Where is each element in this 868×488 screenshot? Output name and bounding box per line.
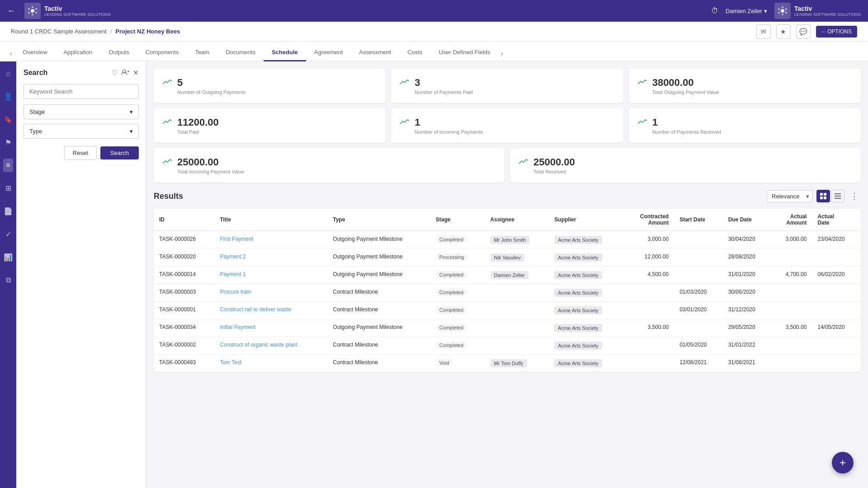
cell-title[interactable]: First Payment bbox=[214, 231, 327, 249]
back-button[interactable]: ← bbox=[7, 6, 15, 16]
chat-button[interactable]: 💬 bbox=[796, 24, 811, 39]
sidebar-icon-chart[interactable]: 📊 bbox=[1, 250, 15, 264]
stat-payments-paid: 3 Number of Payments Paid bbox=[391, 69, 623, 103]
stage-dropdown[interactable]: Stage ▾ bbox=[24, 104, 139, 119]
svg-point-5 bbox=[28, 12, 30, 14]
sidebar-icon-check[interactable]: ✓ bbox=[3, 227, 14, 241]
sidebar-icon-bookmark[interactable]: 🔖 bbox=[1, 113, 15, 127]
sidebar-icon-list[interactable]: ≡ bbox=[3, 159, 13, 172]
heart-icon[interactable]: ♡ bbox=[112, 69, 118, 77]
history-icon[interactable]: ⏱ bbox=[711, 7, 718, 15]
sidebar-icon-grid[interactable]: ⊞ bbox=[3, 181, 14, 195]
breadcrumb-parent[interactable]: Round 1 CRDC Sample Assessment bbox=[11, 28, 107, 35]
cell-type: Outgoing Payment Milestone bbox=[327, 319, 430, 337]
reset-button[interactable]: Reset bbox=[64, 146, 97, 160]
tab-overview[interactable]: Overview bbox=[14, 44, 55, 61]
cell-contracted-amount: 3,000.00 bbox=[624, 231, 675, 249]
tab-agreement[interactable]: Agreement bbox=[306, 44, 351, 61]
table-row: TASK-0000034 Initial Payment Outgoing Pa… bbox=[154, 319, 861, 337]
cell-assignee: Mr Tom Duffy bbox=[485, 355, 549, 372]
cell-title[interactable]: Tom Test bbox=[214, 355, 327, 372]
fab-add-button[interactable]: + bbox=[832, 452, 854, 474]
user-menu[interactable]: Damien Zeller ▾ bbox=[726, 8, 767, 14]
grid-view-button[interactable] bbox=[816, 190, 830, 202]
tab-outputs[interactable]: Outputs bbox=[100, 44, 137, 61]
cell-start-date: 12/08/2021 bbox=[674, 355, 722, 372]
cell-type: Outgoing Payment Milestone bbox=[327, 249, 430, 267]
top-nav-left: ← Tactiv LEADING SOFTWARE SOLUTIONS bbox=[7, 3, 111, 19]
stat-value-total-outgoing: 38000.00 bbox=[652, 77, 719, 89]
cell-title[interactable]: Payment 2 bbox=[214, 249, 327, 267]
col-header-id: ID bbox=[154, 209, 214, 231]
top-nav-right: ⏱ Damien Zeller ▾ Tactiv LEADING SOFTWAR… bbox=[711, 3, 861, 19]
add-person-icon[interactable] bbox=[121, 69, 129, 77]
tab-prev-arrow[interactable]: ‹ bbox=[7, 46, 14, 61]
svg-rect-23 bbox=[835, 198, 841, 199]
tab-costs[interactable]: Costs bbox=[399, 44, 430, 61]
cell-title[interactable]: Initial Payment bbox=[214, 319, 327, 337]
sidebar-icon-document[interactable]: 📄 bbox=[1, 204, 15, 218]
breadcrumb-bar: Round 1 CRDC Sample Assessment / Project… bbox=[0, 22, 868, 42]
cell-id: TASK-0000002 bbox=[154, 337, 214, 355]
user-dropdown-arrow: ▾ bbox=[764, 8, 767, 14]
tab-next-arrow[interactable]: › bbox=[499, 46, 506, 61]
svg-rect-19 bbox=[820, 197, 823, 199]
tab-components[interactable]: Components bbox=[137, 44, 187, 61]
star-button[interactable]: ★ bbox=[776, 24, 791, 39]
svg-rect-17 bbox=[820, 193, 823, 196]
cell-due-date: 31/12/2020 bbox=[723, 302, 771, 319]
sidebar-icon-user[interactable]: 👤 bbox=[1, 89, 15, 103]
tab-schedule[interactable]: Schedule bbox=[264, 44, 306, 61]
right-panel: 5 Number of Outgoing Payments 3 Number o… bbox=[146, 61, 868, 488]
stage-dropdown-arrow: ▾ bbox=[130, 108, 133, 115]
svg-point-1 bbox=[32, 6, 33, 8]
cell-title[interactable]: Procure train bbox=[214, 284, 327, 302]
stat-trend-icon-8 bbox=[519, 158, 528, 168]
cell-supplier: Acme Arts Society bbox=[549, 302, 623, 319]
keyword-search-input[interactable] bbox=[24, 84, 139, 99]
cell-title[interactable]: Payment 1 bbox=[214, 267, 327, 284]
cell-type: Contract Milestone bbox=[327, 284, 430, 302]
main-content: ⌂ 👤 🔖 ⚑ ≡ ⊞ 📄 ✓ 📊 ⧉ Search ♡ ✕ Stage ▾ bbox=[0, 61, 868, 488]
cell-actual-amount bbox=[771, 337, 812, 355]
svg-point-12 bbox=[778, 12, 780, 14]
svg-rect-20 bbox=[824, 197, 826, 199]
tab-documents[interactable]: Documents bbox=[217, 44, 264, 61]
options-button[interactable]: ··· OPTIONS bbox=[816, 26, 857, 38]
search-button[interactable]: Search bbox=[100, 146, 139, 160]
stat-trend-icon-3 bbox=[638, 79, 647, 88]
stat-trend-icon-7 bbox=[163, 158, 172, 168]
svg-point-9 bbox=[782, 14, 783, 15]
tab-user-defined-fields[interactable]: User Defined Fields bbox=[430, 44, 498, 61]
list-view-button[interactable] bbox=[831, 190, 844, 202]
logo-text: Tactiv bbox=[44, 5, 111, 12]
sidebar-icon-home[interactable]: ⌂ bbox=[3, 67, 13, 80]
cell-actual-amount bbox=[771, 302, 812, 319]
svg-rect-22 bbox=[835, 196, 841, 197]
sidebar-icon-flag[interactable]: ⚑ bbox=[2, 136, 14, 150]
relevance-select[interactable]: Relevance Date Title bbox=[767, 190, 813, 202]
sidebar-icon-copy[interactable]: ⧉ bbox=[3, 273, 14, 287]
more-options-button[interactable]: ⋮ bbox=[848, 190, 861, 202]
cell-title[interactable]: Construct rail to deliver waste bbox=[214, 302, 327, 319]
cell-title[interactable]: Construct of organic waste plant bbox=[214, 337, 327, 355]
cell-due-date: 31/01/2022 bbox=[723, 337, 771, 355]
cell-stage: Completed bbox=[430, 302, 485, 319]
logo-right-icon bbox=[774, 3, 791, 19]
svg-point-3 bbox=[28, 8, 30, 10]
search-panel-title: Search bbox=[24, 69, 47, 77]
table-row: TASK-0000001 Construct rail to deliver w… bbox=[154, 302, 861, 319]
tab-team[interactable]: Team bbox=[187, 44, 217, 61]
results-table: ID Title Type Stage Assignee Supplier Co… bbox=[154, 209, 861, 372]
tab-application[interactable]: Application bbox=[56, 44, 101, 61]
stat-total-received: 25000.00 Total Received bbox=[510, 148, 861, 183]
breadcrumb: Round 1 CRDC Sample Assessment / Project… bbox=[11, 28, 180, 35]
svg-point-13 bbox=[785, 12, 787, 14]
type-dropdown[interactable]: Type ▾ bbox=[24, 124, 139, 139]
mail-button[interactable]: ✉ bbox=[756, 24, 771, 39]
tab-assessment[interactable]: Assessment bbox=[351, 44, 399, 61]
table-header: ID Title Type Stage Assignee Supplier Co… bbox=[154, 209, 861, 231]
close-icon[interactable]: ✕ bbox=[133, 69, 139, 77]
table-row: TASK-0000493 Tom Test Contract Milestone… bbox=[154, 355, 861, 372]
relevance-wrapper: Relevance Date Title bbox=[767, 190, 813, 202]
